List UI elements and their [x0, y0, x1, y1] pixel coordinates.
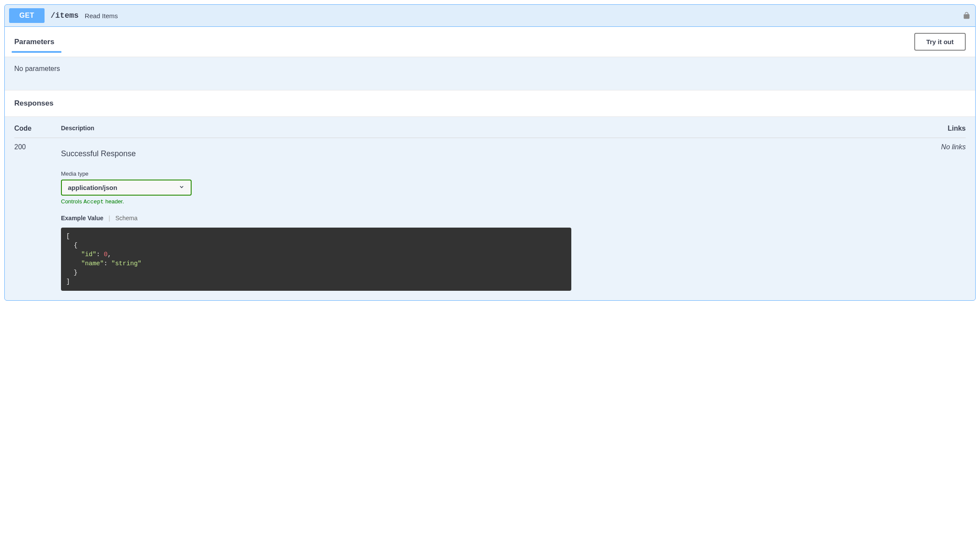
operation-path: /items — [51, 11, 79, 20]
response-code: 200 — [14, 143, 61, 151]
try-it-out-button[interactable]: Try it out — [914, 33, 966, 51]
operation-block: GET /items Read Items Parameters Try it … — [4, 4, 976, 301]
tab-separator: | — [109, 215, 110, 222]
media-type-label: Media type — [61, 170, 927, 177]
media-type-value: application/json — [68, 184, 117, 191]
parameters-body: No parameters — [5, 57, 975, 90]
response-table-header: Code Description Links — [14, 125, 966, 138]
no-parameters-text: No parameters — [14, 65, 60, 72]
lock-open-icon[interactable] — [962, 11, 971, 20]
response-description: Successful Response — [61, 149, 927, 158]
col-header-code: Code — [14, 125, 61, 132]
example-tabs: Example Value | Schema — [61, 215, 927, 222]
responses-title: Responses — [14, 99, 54, 107]
operation-summary-text: Read Items — [85, 12, 118, 19]
tab-schema[interactable]: Schema — [115, 215, 138, 222]
col-header-description: Description — [61, 125, 927, 132]
accept-header-note: Controls Accept header. — [61, 198, 927, 205]
chevron-down-icon — [179, 184, 185, 191]
responses-body: Code Description Links 200 Successful Re… — [5, 117, 975, 300]
parameters-tab[interactable]: Parameters — [14, 38, 54, 52]
col-header-links: Links — [927, 125, 966, 132]
responses-header: Responses — [5, 90, 975, 117]
method-badge: GET — [9, 8, 45, 23]
example-code-block: [ { "id": 0, "name": "string" } ] — [61, 228, 571, 291]
response-row: 200 Successful Response Media type appli… — [14, 143, 966, 291]
media-type-select[interactable]: application/json — [61, 180, 192, 196]
tab-example-value[interactable]: Example Value — [61, 215, 103, 222]
parameters-header: Parameters Try it out — [5, 27, 975, 57]
operation-summary[interactable]: GET /items Read Items — [5, 5, 975, 27]
response-links: No links — [927, 143, 966, 151]
